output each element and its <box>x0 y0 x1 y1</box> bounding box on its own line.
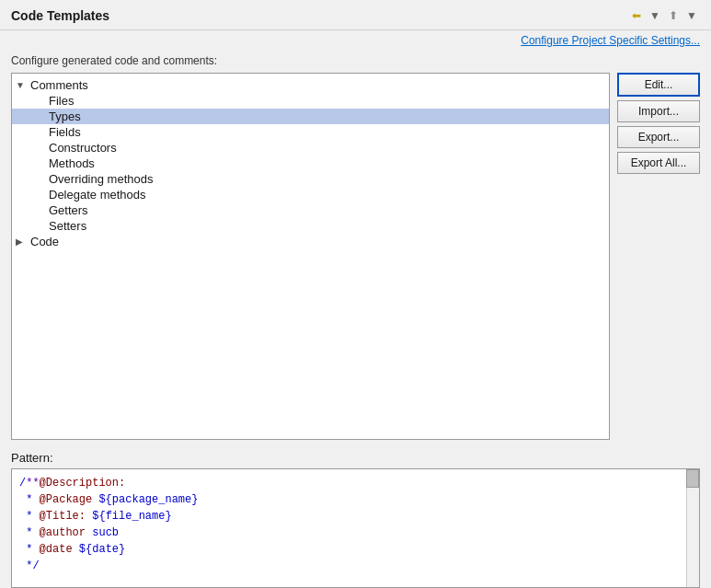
expander-spacer <box>16 96 30 106</box>
tree-item-label: Comments <box>30 78 605 92</box>
tree-item-code[interactable]: ▶ Code <box>12 234 609 249</box>
tree-item-label: Types <box>49 110 605 123</box>
pattern-editor[interactable]: /**@Description: * @Package ${package_na… <box>11 468 700 588</box>
import-button[interactable]: Import... <box>617 100 700 122</box>
expander-spacer <box>16 158 30 168</box>
tree-item-label: Constructors <box>49 141 605 155</box>
expander-icon: ▶ <box>16 236 30 247</box>
forward-icon[interactable]: ⬆ <box>665 7 682 24</box>
expander-icon: ▼ <box>16 80 30 90</box>
tree-item-label: Delegate methods <box>49 188 605 202</box>
expander-spacer <box>16 111 30 121</box>
configure-link[interactable]: Configure Project Specific Settings... <box>0 30 711 51</box>
tree-item-fields[interactable]: Fields <box>12 124 609 140</box>
scrollbar-thumb[interactable] <box>686 469 699 488</box>
expander-spacer <box>16 174 30 184</box>
tree-item-setters[interactable]: Setters <box>12 218 609 234</box>
expander-spacer <box>16 127 30 137</box>
pattern-label: Pattern: <box>11 451 700 465</box>
export-button[interactable]: Export... <box>617 126 700 148</box>
main-container: Code Templates ⬅ ▼ ⬆ ▼ Configure Project… <box>0 0 711 588</box>
tree-item-types[interactable]: Types <box>12 109 609 124</box>
tree-item-comments[interactable]: ▼ Comments <box>12 77 609 93</box>
edit-button[interactable]: Edit... <box>617 73 700 97</box>
tree-item-label: Fields <box>49 125 605 139</box>
scrollbar-track[interactable] <box>686 469 699 587</box>
tree-item-constructors[interactable]: Constructors <box>12 140 609 156</box>
tree-item-label: Getters <box>49 203 605 217</box>
expander-spacer <box>16 143 30 153</box>
tree-item-label: Setters <box>49 219 605 233</box>
expander-spacer <box>16 221 30 231</box>
dropdown-icon[interactable]: ▼ <box>647 7 663 24</box>
content-area: ▼ Comments Files Types Fields <box>0 73 711 451</box>
tree-item-label: Code <box>30 235 605 248</box>
pattern-editor-content: /**@Description: * @Package ${package_na… <box>12 469 699 580</box>
tree-item-getters[interactable]: Getters <box>12 202 609 218</box>
export-all-button[interactable]: Export All... <box>617 152 700 174</box>
tree-item-overriding-methods[interactable]: Overriding methods <box>12 171 609 187</box>
tree-item-files[interactable]: Files <box>12 93 609 109</box>
page-title: Code Templates <box>11 8 109 23</box>
pattern-section: Pattern: /**@Description: * @Package ${p… <box>0 451 711 588</box>
tree-item-label: Overriding methods <box>49 172 605 186</box>
back-icon[interactable]: ⬅ <box>628 7 645 24</box>
title-icons: ⬅ ▼ ⬆ ▼ <box>628 7 700 24</box>
more-icon[interactable]: ▼ <box>683 7 700 24</box>
tree-item-label: Files <box>49 94 605 108</box>
buttons-panel: Edit... Import... Export... Export All..… <box>617 73 700 440</box>
tree-item-methods[interactable]: Methods <box>12 156 609 171</box>
tree-panel[interactable]: ▼ Comments Files Types Fields <box>11 73 610 440</box>
description-text: Configure generated code and comments: <box>0 51 711 73</box>
tree-item-delegate-methods[interactable]: Delegate methods <box>12 187 609 202</box>
tree-item-label: Methods <box>49 156 605 170</box>
title-bar: Code Templates ⬅ ▼ ⬆ ▼ <box>0 0 711 30</box>
expander-spacer <box>16 205 30 215</box>
expander-spacer <box>16 190 30 200</box>
